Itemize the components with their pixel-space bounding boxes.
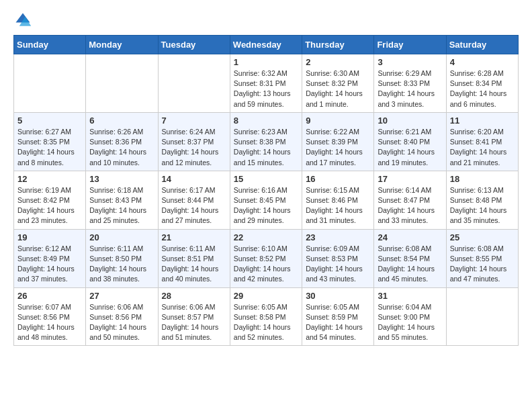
calendar-cell: 4Sunrise: 6:28 AMSunset: 8:34 PMDaylight… bbox=[446, 54, 518, 113]
day-info: Sunrise: 6:11 AMSunset: 8:51 PMDaylight:… bbox=[162, 244, 226, 285]
calendar-cell: 18Sunrise: 6:13 AMSunset: 8:48 PMDayligh… bbox=[446, 171, 518, 229]
calendar-cell: 23Sunrise: 6:09 AMSunset: 8:53 PMDayligh… bbox=[302, 229, 374, 287]
day-number: 24 bbox=[378, 232, 442, 242]
logo-icon bbox=[13, 11, 32, 30]
calendar-cell bbox=[86, 54, 158, 113]
page-header bbox=[13, 11, 519, 30]
day-number: 1 bbox=[234, 57, 298, 67]
day-info: Sunrise: 6:18 AMSunset: 8:43 PMDaylight:… bbox=[89, 185, 154, 226]
day-number: 4 bbox=[450, 57, 515, 67]
day-info: Sunrise: 6:09 AMSunset: 8:53 PMDaylight:… bbox=[306, 244, 370, 285]
calendar-cell: 8Sunrise: 6:23 AMSunset: 8:38 PMDaylight… bbox=[230, 112, 302, 171]
calendar-cell: 9Sunrise: 6:22 AMSunset: 8:39 PMDaylight… bbox=[302, 112, 374, 171]
day-number: 16 bbox=[306, 174, 370, 184]
day-number: 14 bbox=[162, 174, 226, 184]
day-number: 11 bbox=[450, 116, 515, 126]
day-info: Sunrise: 6:14 AMSunset: 8:47 PMDaylight:… bbox=[378, 185, 442, 226]
calendar-cell: 20Sunrise: 6:11 AMSunset: 8:50 PMDayligh… bbox=[86, 229, 158, 287]
day-number: 26 bbox=[17, 291, 82, 301]
day-number: 28 bbox=[162, 291, 226, 301]
calendar-cell bbox=[446, 287, 518, 346]
calendar-cell: 29Sunrise: 6:05 AMSunset: 8:58 PMDayligh… bbox=[230, 287, 302, 346]
day-number: 25 bbox=[450, 232, 515, 242]
day-info: Sunrise: 6:12 AMSunset: 8:49 PMDaylight:… bbox=[17, 244, 82, 285]
calendar-cell bbox=[14, 54, 86, 113]
day-info: Sunrise: 6:30 AMSunset: 8:32 PMDaylight:… bbox=[306, 68, 370, 109]
calendar-cell: 7Sunrise: 6:24 AMSunset: 8:37 PMDaylight… bbox=[158, 112, 230, 171]
day-info: Sunrise: 6:23 AMSunset: 8:38 PMDaylight:… bbox=[234, 127, 298, 168]
day-info: Sunrise: 6:10 AMSunset: 8:52 PMDaylight:… bbox=[234, 244, 298, 285]
day-info: Sunrise: 6:07 AMSunset: 8:56 PMDaylight:… bbox=[17, 302, 82, 343]
day-number: 17 bbox=[378, 174, 442, 184]
day-info: Sunrise: 6:19 AMSunset: 8:42 PMDaylight:… bbox=[17, 185, 82, 226]
day-info: Sunrise: 6:22 AMSunset: 8:39 PMDaylight:… bbox=[306, 127, 370, 168]
day-info: Sunrise: 6:06 AMSunset: 8:56 PMDaylight:… bbox=[89, 302, 154, 343]
day-info: Sunrise: 6:28 AMSunset: 8:34 PMDaylight:… bbox=[450, 68, 515, 109]
day-info: Sunrise: 6:05 AMSunset: 8:59 PMDaylight:… bbox=[306, 302, 370, 343]
day-header-friday: Friday bbox=[374, 36, 446, 54]
day-info: Sunrise: 6:15 AMSunset: 8:46 PMDaylight:… bbox=[306, 185, 370, 226]
day-number: 23 bbox=[306, 232, 370, 242]
day-header-saturday: Saturday bbox=[446, 36, 518, 54]
calendar-week-5: 26Sunrise: 6:07 AMSunset: 8:56 PMDayligh… bbox=[14, 287, 519, 346]
day-header-wednesday: Wednesday bbox=[230, 36, 302, 54]
day-info: Sunrise: 6:17 AMSunset: 8:44 PMDaylight:… bbox=[162, 185, 226, 226]
calendar-cell: 5Sunrise: 6:27 AMSunset: 8:35 PMDaylight… bbox=[14, 112, 86, 171]
day-number: 6 bbox=[89, 116, 154, 126]
day-number: 20 bbox=[89, 232, 154, 242]
day-number: 31 bbox=[378, 291, 442, 301]
day-info: Sunrise: 6:24 AMSunset: 8:37 PMDaylight:… bbox=[162, 127, 226, 168]
day-info: Sunrise: 6:27 AMSunset: 8:35 PMDaylight:… bbox=[17, 127, 82, 168]
day-info: Sunrise: 6:04 AMSunset: 9:00 PMDaylight:… bbox=[378, 302, 442, 343]
calendar-cell: 17Sunrise: 6:14 AMSunset: 8:47 PMDayligh… bbox=[374, 171, 446, 229]
calendar-table: SundayMondayTuesdayWednesdayThursdayFrid… bbox=[13, 35, 519, 346]
day-number: 2 bbox=[306, 57, 370, 67]
day-info: Sunrise: 6:26 AMSunset: 8:36 PMDaylight:… bbox=[89, 127, 154, 168]
day-header-tuesday: Tuesday bbox=[158, 36, 230, 54]
day-number: 13 bbox=[89, 174, 154, 184]
calendar-cell: 26Sunrise: 6:07 AMSunset: 8:56 PMDayligh… bbox=[14, 287, 86, 346]
calendar-week-4: 19Sunrise: 6:12 AMSunset: 8:49 PMDayligh… bbox=[14, 229, 519, 287]
day-info: Sunrise: 6:29 AMSunset: 8:33 PMDaylight:… bbox=[378, 68, 442, 109]
day-number: 29 bbox=[234, 291, 298, 301]
day-number: 3 bbox=[378, 57, 442, 67]
day-info: Sunrise: 6:16 AMSunset: 8:45 PMDaylight:… bbox=[234, 185, 298, 226]
calendar-cell: 21Sunrise: 6:11 AMSunset: 8:51 PMDayligh… bbox=[158, 229, 230, 287]
calendar-cell: 1Sunrise: 6:32 AMSunset: 8:31 PMDaylight… bbox=[230, 54, 302, 113]
calendar-cell: 25Sunrise: 6:08 AMSunset: 8:55 PMDayligh… bbox=[446, 229, 518, 287]
day-info: Sunrise: 6:32 AMSunset: 8:31 PMDaylight:… bbox=[234, 68, 298, 109]
calendar-cell: 27Sunrise: 6:06 AMSunset: 8:56 PMDayligh… bbox=[86, 287, 158, 346]
calendar-cell: 14Sunrise: 6:17 AMSunset: 8:44 PMDayligh… bbox=[158, 171, 230, 229]
calendar-week-3: 12Sunrise: 6:19 AMSunset: 8:42 PMDayligh… bbox=[14, 171, 519, 229]
day-info: Sunrise: 6:05 AMSunset: 8:58 PMDaylight:… bbox=[234, 302, 298, 343]
calendar-cell: 15Sunrise: 6:16 AMSunset: 8:45 PMDayligh… bbox=[230, 171, 302, 229]
day-number: 5 bbox=[17, 116, 82, 126]
day-info: Sunrise: 6:20 AMSunset: 8:41 PMDaylight:… bbox=[450, 127, 515, 168]
day-info: Sunrise: 6:06 AMSunset: 8:57 PMDaylight:… bbox=[162, 302, 226, 343]
day-number: 12 bbox=[17, 174, 82, 184]
calendar-cell: 24Sunrise: 6:08 AMSunset: 8:54 PMDayligh… bbox=[374, 229, 446, 287]
day-info: Sunrise: 6:08 AMSunset: 8:55 PMDaylight:… bbox=[450, 244, 515, 285]
calendar-week-1: 1Sunrise: 6:32 AMSunset: 8:31 PMDaylight… bbox=[14, 54, 519, 113]
day-number: 21 bbox=[162, 232, 226, 242]
calendar-cell: 22Sunrise: 6:10 AMSunset: 8:52 PMDayligh… bbox=[230, 229, 302, 287]
calendar-week-2: 5Sunrise: 6:27 AMSunset: 8:35 PMDaylight… bbox=[14, 112, 519, 171]
calendar-cell: 10Sunrise: 6:21 AMSunset: 8:40 PMDayligh… bbox=[374, 112, 446, 171]
calendar-cell: 31Sunrise: 6:04 AMSunset: 9:00 PMDayligh… bbox=[374, 287, 446, 346]
day-number: 10 bbox=[378, 116, 442, 126]
day-info: Sunrise: 6:21 AMSunset: 8:40 PMDaylight:… bbox=[378, 127, 442, 168]
day-header-sunday: Sunday bbox=[14, 36, 86, 54]
calendar-cell bbox=[158, 54, 230, 113]
day-header-thursday: Thursday bbox=[302, 36, 374, 54]
calendar-cell: 12Sunrise: 6:19 AMSunset: 8:42 PMDayligh… bbox=[14, 171, 86, 229]
calendar-cell: 3Sunrise: 6:29 AMSunset: 8:33 PMDaylight… bbox=[374, 54, 446, 113]
calendar-cell: 2Sunrise: 6:30 AMSunset: 8:32 PMDaylight… bbox=[302, 54, 374, 113]
logo bbox=[13, 11, 35, 30]
day-number: 7 bbox=[162, 116, 226, 126]
day-info: Sunrise: 6:08 AMSunset: 8:54 PMDaylight:… bbox=[378, 244, 442, 285]
day-number: 27 bbox=[89, 291, 154, 301]
day-number: 30 bbox=[306, 291, 370, 301]
calendar-cell: 28Sunrise: 6:06 AMSunset: 8:57 PMDayligh… bbox=[158, 287, 230, 346]
day-number: 22 bbox=[234, 232, 298, 242]
day-number: 19 bbox=[17, 232, 82, 242]
